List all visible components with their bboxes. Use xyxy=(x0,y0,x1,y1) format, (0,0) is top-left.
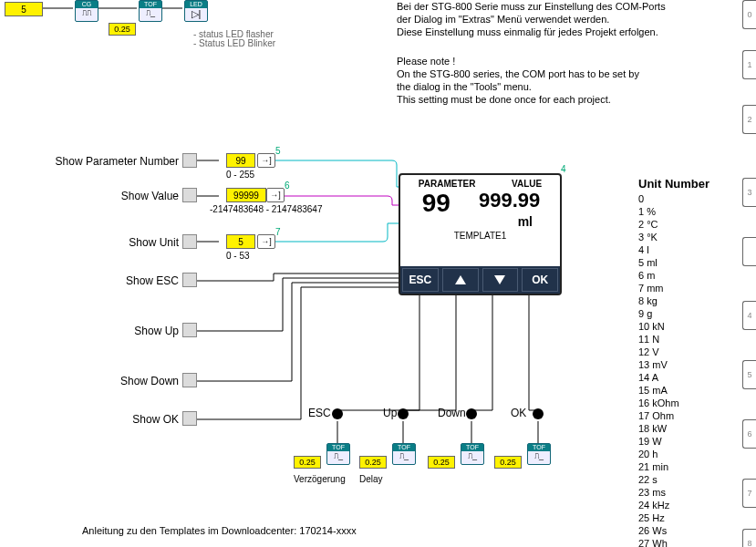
unit-item: 1 % xyxy=(638,205,709,218)
label-show-value: Show Value xyxy=(0,190,179,202)
port-show-unit[interactable] xyxy=(182,234,197,249)
lcd-module: PARAMETER VALUE 99 999.99 ml TEMPLATE1 E… xyxy=(399,173,562,295)
footer-text: Anleitung zu den Templates im Downloadce… xyxy=(82,524,357,537)
delay-label-de: Verzögerung xyxy=(294,474,346,484)
unit-item: 5 ml xyxy=(638,256,709,269)
unit-item: 25 Hz xyxy=(638,511,709,524)
unit-item: 6 m xyxy=(638,269,709,282)
lcd-template-name: TEMPLATE1 xyxy=(400,231,560,241)
connector-5[interactable]: →] xyxy=(257,153,275,168)
lcd-down-button[interactable] xyxy=(482,268,519,292)
note-de-line3: Diese Einstellung muss einmalig für jede… xyxy=(397,26,666,38)
label-show-unit: Show Unit xyxy=(0,236,179,249)
lcd-param-value: 99 xyxy=(415,189,450,218)
note-de-line2: der Dialog im "Extras" Menü verwendet we… xyxy=(397,13,666,26)
page-marker: 3 xyxy=(742,178,756,207)
top-input-value[interactable]: 5 xyxy=(5,2,43,16)
port-show-up[interactable] xyxy=(182,323,197,337)
unit-number-list: Unit Number 01 %2 °C3 °K4 l5 ml6 m7 mm8 … xyxy=(638,178,709,547)
value-show-value[interactable]: 99999 xyxy=(226,188,266,202)
unit-item: 26 Ws xyxy=(638,524,709,537)
unit-item: 0 xyxy=(638,192,709,205)
page-marker: 6 xyxy=(742,419,756,449)
port-show-down[interactable] xyxy=(182,373,197,387)
lcd-button-row: ESC OK xyxy=(400,266,560,294)
unit-item: 9 g xyxy=(638,307,709,320)
port-show-param-num[interactable] xyxy=(182,153,197,168)
lcd-up-button[interactable] xyxy=(442,268,479,292)
unit-list-header: Unit Number xyxy=(638,178,709,191)
tof-block-down[interactable]: TOF⎍_ xyxy=(461,443,484,465)
value-show-param-num[interactable]: 99 xyxy=(226,153,255,168)
page-marker: 8 xyxy=(742,529,756,547)
range-show-value: -2147483648 - 2147483647 xyxy=(210,204,322,214)
note-en-line2: the dialog in the "Tools" menu. xyxy=(397,80,639,93)
unit-item: 20 h xyxy=(638,448,709,460)
note-en-head: Please note ! xyxy=(397,55,639,67)
connector-7[interactable]: →] xyxy=(257,234,275,249)
range-show-unit: 0 - 53 xyxy=(226,251,250,261)
cg-block-head: CG xyxy=(76,1,98,8)
tof-block-up[interactable]: TOF⎍_ xyxy=(392,443,416,465)
annot-6: 6 xyxy=(285,181,290,191)
value-show-unit[interactable]: 5 xyxy=(226,234,255,249)
lcd-param-header: PARAMETER xyxy=(419,179,476,189)
range-show-param-num: 0 - 255 xyxy=(226,170,254,180)
lcd-ok-button[interactable]: OK xyxy=(522,268,558,292)
delay-val-esc[interactable]: 0.25 xyxy=(294,456,321,469)
port-show-ok[interactable] xyxy=(182,411,197,426)
out-label-esc: ESC xyxy=(308,407,331,419)
annot-5: 5 xyxy=(275,146,281,156)
connector-6[interactable]: →] xyxy=(266,188,285,202)
out-dot-ok xyxy=(533,408,544,419)
out-label-down: Down xyxy=(438,407,466,419)
unit-item: 15 mA xyxy=(638,384,709,397)
cg-block[interactable]: CG⎍⎍ xyxy=(75,0,98,22)
unit-item: 10 kN xyxy=(638,320,709,333)
label-show-esc: Show ESC xyxy=(0,274,179,287)
label-show-ok: Show OK xyxy=(0,413,179,426)
tof-block-top[interactable]: TOF⎍_ xyxy=(139,0,162,22)
page-marker: 4 xyxy=(742,301,756,330)
led-caption-2: - Status LED Blinker xyxy=(193,38,275,48)
label-show-param-num: Show Parameter Number xyxy=(0,155,179,168)
delay-val-down[interactable]: 0.25 xyxy=(428,456,455,469)
triangle-down-icon xyxy=(494,275,505,284)
unit-item: 24 kHz xyxy=(638,499,709,511)
unit-item: 27 Wh xyxy=(638,537,709,547)
page-marker: 0 xyxy=(742,0,756,29)
out-label-ok: OK xyxy=(511,407,526,419)
port-show-esc[interactable] xyxy=(182,273,197,287)
lcd-esc-button[interactable]: ESC xyxy=(402,268,439,292)
unit-item: 7 mm xyxy=(638,282,709,294)
page-marker: 7 xyxy=(742,479,756,508)
out-dot-up xyxy=(398,408,409,419)
unit-item: 11 N xyxy=(638,333,709,346)
unit-item: 3 °K xyxy=(638,231,709,243)
page-marker: 2 xyxy=(742,105,756,134)
top-delay-value[interactable]: 0.25 xyxy=(109,23,136,36)
unit-item: 18 kW xyxy=(638,422,709,435)
note-en-line1: On the STG-800 series, the COM port has … xyxy=(397,67,639,80)
lcd-value-header: VALUE xyxy=(512,179,542,189)
unit-item: 4 l xyxy=(638,243,709,256)
unit-item: 17 Ohm xyxy=(638,409,709,422)
note-de-line1: Bei der STG-800 Serie muss zur Einstellu… xyxy=(397,0,666,13)
led-block[interactable]: LED▷| xyxy=(184,0,208,22)
delay-val-ok[interactable]: 0.25 xyxy=(494,456,522,469)
delay-val-up[interactable]: 0.25 xyxy=(359,456,387,469)
tof-block-ok[interactable]: TOF⎍_ xyxy=(527,443,551,465)
tof-block-esc[interactable]: TOF⎍_ xyxy=(326,443,350,465)
note-en-line3: This setting must be done once for each … xyxy=(397,93,639,106)
label-show-up: Show Up xyxy=(0,325,179,337)
unit-item: 16 kOhm xyxy=(638,397,709,409)
unit-item: 19 W xyxy=(638,435,709,448)
out-dot-esc xyxy=(332,408,343,419)
led-block-head: LED xyxy=(185,1,207,8)
page-marker xyxy=(742,237,756,266)
note-en: Please note ! On the STG-800 series, the… xyxy=(397,55,639,106)
unit-item: 13 mV xyxy=(638,358,709,371)
unit-item: 21 min xyxy=(638,460,709,473)
unit-item: 23 ms xyxy=(638,486,709,499)
port-show-value[interactable] xyxy=(182,188,197,202)
